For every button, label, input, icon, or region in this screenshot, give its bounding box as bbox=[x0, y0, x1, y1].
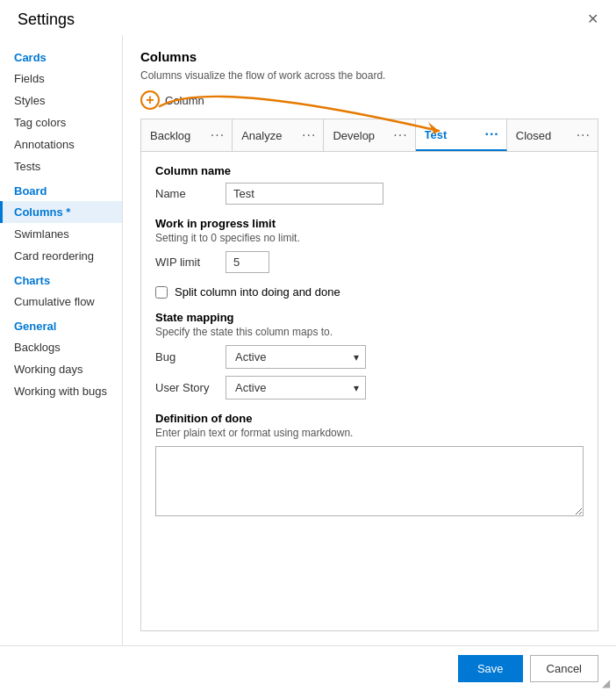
col-tab-closed-menu[interactable]: ··· bbox=[573, 127, 591, 143]
col-tab-test[interactable]: Test ··· bbox=[416, 119, 507, 151]
col-tab-closed[interactable]: Closed ··· bbox=[507, 119, 598, 151]
user-story-state-row: User Story Active Resolved Closed New ▾ bbox=[155, 376, 584, 399]
wip-row-label: WIP limit bbox=[155, 256, 226, 269]
sidebar-item-card-reordering[interactable]: Card reordering bbox=[0, 245, 122, 267]
col-tab-analyze-menu[interactable]: ··· bbox=[298, 127, 316, 143]
sidebar-item-working-days[interactable]: Working days bbox=[0, 358, 122, 380]
col-tab-develop-name: Develop bbox=[333, 129, 390, 142]
dialog-body: Cards Fields Styles Tag colors Annotatio… bbox=[0, 35, 616, 645]
section-desc: Columns visualize the flow of work acros… bbox=[140, 69, 598, 82]
sidebar-item-backlogs[interactable]: Backlogs bbox=[0, 336, 122, 358]
bug-state-select[interactable]: Active Resolved Closed New bbox=[226, 345, 366, 369]
col-tab-test-menu[interactable]: ··· bbox=[481, 126, 498, 142]
main-content: Columns Columns visualize the flow of wo… bbox=[123, 35, 616, 645]
sidebar-item-working-with-bugs[interactable]: Working with bugs bbox=[0, 380, 122, 402]
section-heading: Columns bbox=[140, 49, 598, 64]
split-column-label: Split column into doing and done bbox=[175, 285, 340, 299]
sidebar-item-fields[interactable]: Fields bbox=[0, 68, 122, 90]
sidebar-item-cumulative-flow[interactable]: Cumulative flow bbox=[0, 291, 122, 313]
wip-group: Work in progress limit Setting it to 0 s… bbox=[155, 217, 584, 273]
column-name-input[interactable] bbox=[226, 183, 383, 205]
dod-group: Definition of done Enter plain text or f… bbox=[155, 412, 584, 519]
split-column-checkbox[interactable] bbox=[155, 286, 168, 299]
add-circle-icon: + bbox=[140, 90, 160, 110]
col-tab-closed-name: Closed bbox=[516, 129, 573, 142]
save-button[interactable]: Save bbox=[458, 655, 523, 682]
cancel-button[interactable]: Cancel bbox=[530, 655, 598, 682]
dod-desc: Enter plain text or format using markdow… bbox=[155, 427, 584, 439]
sidebar-section-cards[interactable]: Cards bbox=[0, 44, 122, 68]
sidebar-section-charts[interactable]: Charts bbox=[0, 267, 122, 291]
column-detail-panel: Column name Name Work in progress limit … bbox=[140, 151, 598, 631]
sidebar-item-tag-colors[interactable]: Tag colors bbox=[0, 112, 122, 133]
wip-field-row: WIP limit bbox=[155, 251, 584, 273]
col-tab-backlog-menu[interactable]: ··· bbox=[207, 127, 225, 143]
dod-textarea[interactable] bbox=[155, 446, 584, 516]
sidebar-item-columns[interactable]: Columns * bbox=[0, 201, 122, 223]
sidebar-item-styles[interactable]: Styles bbox=[0, 90, 122, 112]
wip-title: Work in progress limit bbox=[155, 217, 584, 230]
wip-input[interactable] bbox=[226, 251, 269, 273]
col-tab-analyze[interactable]: Analyze ··· bbox=[233, 119, 324, 151]
resize-handle[interactable]: ◢ bbox=[602, 677, 614, 689]
add-column-row: + Column bbox=[140, 90, 598, 110]
bug-select-wrapper: Active Resolved Closed New ▾ bbox=[226, 345, 366, 369]
bug-state-row: Bug Active Resolved Closed New ▾ bbox=[155, 345, 584, 369]
name-field-row: Name bbox=[155, 183, 584, 205]
col-tab-backlog-name: Backlog bbox=[150, 129, 207, 142]
add-column-label: Column bbox=[165, 94, 204, 107]
sidebar: Cards Fields Styles Tag colors Annotatio… bbox=[0, 35, 123, 645]
user-story-state-select[interactable]: Active Resolved Closed New bbox=[226, 376, 366, 399]
dialog-footer: Save Cancel bbox=[0, 645, 616, 691]
col-tab-develop[interactable]: Develop ··· bbox=[324, 119, 415, 151]
state-mapping-group: State mapping Specify the state this col… bbox=[155, 311, 584, 399]
col-tab-analyze-name: Analyze bbox=[241, 129, 298, 142]
col-tab-develop-menu[interactable]: ··· bbox=[390, 127, 407, 143]
sidebar-item-tests[interactable]: Tests bbox=[0, 155, 122, 177]
name-row-label: Name bbox=[155, 187, 226, 200]
settings-dialog: Settings ✕ Cards Fields Styles Tag color… bbox=[0, 0, 616, 691]
wip-desc: Setting it to 0 specifies no limit. bbox=[155, 232, 584, 244]
dialog-title: Settings bbox=[18, 11, 75, 29]
add-column-button[interactable]: + Column bbox=[140, 90, 204, 110]
col-tab-backlog[interactable]: Backlog ··· bbox=[141, 119, 233, 151]
state-mapping-desc: Specify the state this column maps to. bbox=[155, 326, 584, 338]
close-button[interactable]: ✕ bbox=[582, 9, 604, 30]
dialog-titlebar: Settings ✕ bbox=[0, 0, 616, 35]
sidebar-item-swimlanes[interactable]: Swimlanes bbox=[0, 223, 122, 245]
sidebar-section-board[interactable]: Board bbox=[0, 177, 122, 201]
bug-label: Bug bbox=[155, 350, 226, 363]
split-column-row[interactable]: Split column into doing and done bbox=[155, 285, 584, 299]
col-tab-test-name: Test bbox=[425, 128, 482, 141]
user-story-select-wrapper: Active Resolved Closed New ▾ bbox=[226, 376, 366, 399]
state-mapping-title: State mapping bbox=[155, 311, 584, 324]
user-story-label: User Story bbox=[155, 381, 226, 394]
dod-title: Definition of done bbox=[155, 412, 584, 425]
columns-bar: Backlog ··· Analyze ··· Develop ··· Test… bbox=[140, 119, 598, 151]
sidebar-section-general[interactable]: General bbox=[0, 313, 122, 336]
column-name-label: Column name bbox=[155, 164, 584, 177]
column-name-group: Column name Name bbox=[155, 164, 584, 205]
sidebar-item-annotations[interactable]: Annotations bbox=[0, 133, 122, 155]
